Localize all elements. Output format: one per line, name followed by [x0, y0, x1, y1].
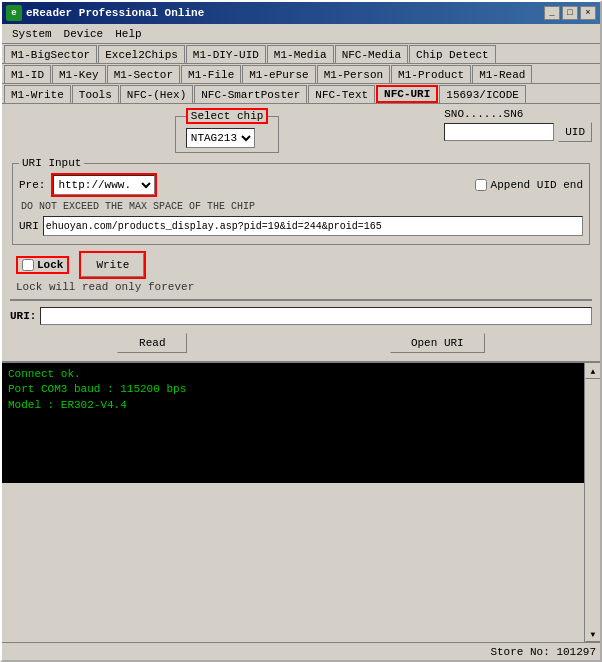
- status-right: Store No: 101297: [490, 646, 596, 658]
- uri-input-legend: URI Input: [19, 157, 84, 169]
- tab-excel2chips[interactable]: Excel2Chips: [98, 45, 185, 63]
- uri-input-label: URI: [19, 220, 39, 232]
- console-scrollbar: ▲ ▼: [584, 363, 600, 642]
- tab-m1-diy-uid[interactable]: M1-DIY-UID: [186, 45, 266, 63]
- console-line: Model : ER302-V4.4: [8, 398, 580, 413]
- read-open-row: Read Open URI: [16, 333, 586, 353]
- pre-select-wrap: http://www. https://www. http:// https:/…: [51, 173, 157, 197]
- append-uid-checkbox[interactable]: [475, 179, 487, 191]
- scroll-track: [585, 379, 600, 626]
- pre-label: Pre:: [19, 179, 45, 191]
- sno-label: SNO......SN6: [444, 108, 523, 120]
- tab-m1-read[interactable]: M1-Read: [472, 65, 532, 83]
- minimize-button[interactable]: _: [544, 6, 560, 20]
- uid-button[interactable]: UID: [558, 122, 592, 142]
- menu-help[interactable]: Help: [109, 27, 147, 41]
- lock-checkbox-wrap: Lock: [16, 256, 69, 274]
- lock-label: Lock: [37, 259, 63, 271]
- tab-m1-person[interactable]: M1-Person: [317, 65, 390, 83]
- uri-display-label: URI:: [10, 310, 36, 322]
- tab-nfc-smartposter[interactable]: NFC-SmartPoster: [194, 85, 307, 103]
- menu-device[interactable]: Device: [58, 27, 110, 41]
- close-button[interactable]: ×: [580, 6, 596, 20]
- tab-m1-write[interactable]: M1-Write: [4, 85, 71, 103]
- tab-m1-key[interactable]: M1-Key: [52, 65, 106, 83]
- console-line: Connect ok.: [8, 367, 580, 382]
- lock-info-text: Lock will read only forever: [16, 281, 586, 293]
- tab-nfc-hex[interactable]: NFC-(Hex): [120, 85, 193, 103]
- lock-checkbox[interactable]: [22, 259, 34, 271]
- sno-input[interactable]: [444, 123, 554, 141]
- tab-m1-bigsector[interactable]: M1-BigSector: [4, 45, 97, 63]
- tab-m1-media[interactable]: M1-Media: [267, 45, 334, 63]
- write-button[interactable]: Write: [81, 253, 144, 277]
- scroll-down-button[interactable]: ▼: [585, 626, 600, 642]
- tab-m1-product[interactable]: M1-Product: [391, 65, 471, 83]
- chip-select[interactable]: NTAG213 NTAG215 NTAG216: [186, 128, 255, 148]
- read-button[interactable]: Read: [117, 333, 187, 353]
- tab-chip-detect[interactable]: Chip Detect: [409, 45, 496, 63]
- tab-m1-sector[interactable]: M1-Sector: [107, 65, 180, 83]
- app-icon: e: [6, 5, 22, 21]
- menu-bar: System Device Help: [2, 24, 600, 44]
- toolbar-row2: M1-ID M1-Key M1-Sector M1-File M1-ePurse…: [2, 64, 600, 84]
- tab-m1-file[interactable]: M1-File: [181, 65, 241, 83]
- tab-nfc-text[interactable]: NFC-Text: [308, 85, 375, 103]
- main-window: e eReader Professional Online _ □ × Syst…: [0, 0, 602, 662]
- open-uri-button[interactable]: Open URI: [390, 333, 485, 353]
- toolbar-row1: M1-BigSector Excel2Chips M1-DIY-UID M1-M…: [2, 44, 600, 64]
- scroll-up-button[interactable]: ▲: [585, 363, 600, 379]
- title-bar-controls[interactable]: _ □ ×: [544, 6, 596, 20]
- warning-text: DO NOT EXCEED THE MAX SPACE OF THE CHIP: [19, 201, 583, 212]
- divider: [10, 299, 592, 301]
- tab-m1-epurse[interactable]: M1-ePurse: [242, 65, 315, 83]
- tab-nfc-uri[interactable]: NFC-URI: [376, 85, 438, 103]
- console-area: Connect ok.Port COM3 baud : 115200 bpsMo…: [2, 363, 600, 483]
- menu-system[interactable]: System: [6, 27, 58, 41]
- toolbar-row3: M1-Write Tools NFC-(Hex) NFC-SmartPoster…: [2, 84, 600, 104]
- tab-tools[interactable]: Tools: [72, 85, 119, 103]
- uri-input-fieldset: URI Input Pre: http://www. https://www. …: [12, 157, 590, 245]
- write-button-wrap: Write: [79, 251, 146, 279]
- pre-select[interactable]: http://www. https://www. http:// https:/…: [53, 175, 155, 195]
- app-title: eReader Professional Online: [26, 7, 204, 19]
- status-bar: Store No: 101297: [2, 642, 600, 660]
- chip-fieldset: Select chip NTAG213 NTAG215 NTAG216: [175, 108, 280, 153]
- chip-legend: Select chip: [186, 108, 269, 124]
- uri-text-input[interactable]: [43, 216, 583, 236]
- content-body: Select chip NTAG213 NTAG215 NTAG216 SNO.…: [2, 104, 600, 660]
- title-bar-left: e eReader Professional Online: [6, 5, 204, 21]
- append-uid-section: Append UID end: [475, 179, 583, 191]
- append-uid-label: Append UID end: [491, 179, 583, 191]
- uri-display-input[interactable]: [40, 307, 592, 325]
- lock-write-row: Lock Write: [16, 251, 586, 279]
- maximize-button[interactable]: □: [562, 6, 578, 20]
- console-line: Port COM3 baud : 115200 bps: [8, 382, 580, 397]
- tab-nfc-media[interactable]: NFC-Media: [335, 45, 408, 63]
- title-bar: e eReader Professional Online _ □ ×: [2, 2, 600, 24]
- tab-15693-icode[interactable]: 15693/ICODE: [439, 85, 526, 103]
- tab-m1-id[interactable]: M1-ID: [4, 65, 51, 83]
